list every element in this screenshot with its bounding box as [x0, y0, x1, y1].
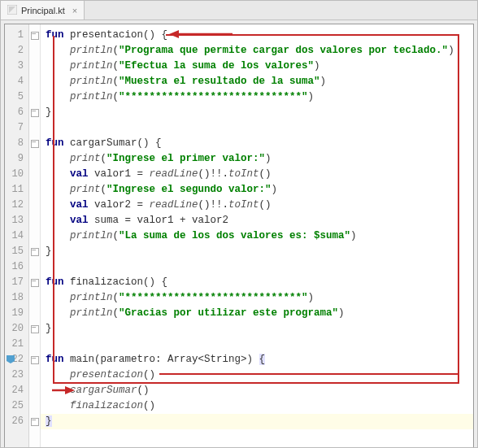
fold-spacer — [29, 151, 40, 167]
line-number: 12 — [5, 198, 28, 213]
line-number: 11 — [5, 182, 28, 198]
line-number: 5 — [5, 89, 28, 105]
fold-spacer — [29, 290, 40, 306]
line-number: 19 — [5, 306, 28, 321]
line-number: 16 — [5, 259, 28, 275]
line-number: 25 — [5, 398, 28, 414]
fold-spacer — [29, 182, 40, 198]
fold-column — [29, 24, 41, 448]
code-line[interactable]: println("Efectua la suma de los valores"… — [41, 59, 473, 74]
code-line[interactable]: presentacion() — [41, 368, 473, 383]
code-line[interactable]: fun main(parametro: Array<String>) { — [41, 352, 473, 368]
code-line[interactable]: print("Ingrese el primer valor:") — [41, 151, 473, 167]
code-line[interactable]: fun finalizacion() { — [41, 275, 473, 290]
code-line[interactable] — [41, 120, 473, 136]
fold-close-icon[interactable] — [29, 414, 40, 429]
code-line[interactable]: println("Gracias por utilizar este progr… — [41, 306, 473, 321]
line-number: 2 — [5, 43, 28, 59]
tab-filename: Principal.kt — [21, 6, 65, 15]
fold-spacer — [29, 306, 40, 321]
line-number: 4 — [5, 74, 28, 89]
kotlin-file-icon — [7, 5, 17, 16]
fold-spacer — [29, 213, 40, 228]
line-number: 10 — [5, 167, 28, 182]
line-number: 3 — [5, 59, 28, 74]
line-number: 13 — [5, 213, 28, 228]
line-number: 9 — [5, 151, 28, 167]
code-line[interactable]: fun cargarSumar() { — [41, 136, 473, 151]
line-number: 20 — [5, 321, 28, 337]
code-line[interactable]: println("La suma de los dos valores es: … — [41, 228, 473, 244]
fold-spacer — [29, 167, 40, 182]
line-number: 22 — [5, 352, 28, 368]
code-line[interactable]: cargarSumar() — [41, 383, 473, 398]
code-line[interactable]: val suma = valor1 + valor2 — [41, 213, 473, 228]
code-line[interactable]: println("*****************************") — [41, 290, 473, 306]
line-number: 23 — [5, 368, 28, 383]
code-line[interactable]: } — [41, 244, 473, 259]
code-line[interactable]: } — [41, 321, 473, 337]
fold-close-icon[interactable] — [29, 244, 40, 259]
code-line[interactable]: val valor2 = readLine()!!.toInt() — [41, 198, 473, 213]
fold-spacer — [29, 228, 40, 244]
code-line[interactable]: val valor1 = readLine()!!.toInt() — [41, 167, 473, 182]
fold-spacer — [29, 89, 40, 105]
code-line[interactable]: fun presentacion() { — [41, 28, 473, 43]
line-number: 15 — [5, 244, 28, 259]
line-number: 24 — [5, 383, 28, 398]
fold-close-icon[interactable] — [29, 321, 40, 337]
fold-spacer — [29, 59, 40, 74]
code-line[interactable]: print("Ingrese el segundo valor:") — [41, 182, 473, 198]
code-line[interactable] — [41, 337, 473, 352]
code-area[interactable]: fun presentacion() { println("Programa q… — [41, 24, 473, 448]
code-line[interactable]: finalizacion() — [41, 398, 473, 414]
line-number: 6 — [5, 105, 28, 120]
close-icon[interactable]: × — [72, 6, 77, 15]
fold-spacer — [29, 198, 40, 213]
file-tab[interactable]: Principal.kt × — [1, 1, 85, 20]
code-line[interactable]: println("Muestra el resultado de la suma… — [41, 74, 473, 89]
tab-bar: Principal.kt × — [1, 1, 477, 20]
fold-spacer — [29, 259, 40, 275]
code-line[interactable]: println("*****************************") — [41, 89, 473, 105]
line-number: 14 — [5, 228, 28, 244]
code-line[interactable]: } — [41, 414, 473, 429]
line-number: 17 — [5, 275, 28, 290]
code-line[interactable]: println("Programa que permite cargar dos… — [41, 43, 473, 59]
line-number-gutter: 1234567891011121314151617181920212223242… — [5, 24, 29, 448]
line-number: 21 — [5, 337, 28, 352]
line-number: 26 — [5, 414, 28, 429]
fold-open-icon[interactable] — [29, 136, 40, 151]
fold-spacer — [29, 383, 40, 398]
code-line[interactable] — [41, 259, 473, 275]
fold-spacer — [29, 368, 40, 383]
code-editor[interactable]: 1234567891011121314151617181920212223242… — [4, 24, 474, 448]
fold-spacer — [29, 120, 40, 136]
fold-open-icon[interactable] — [29, 275, 40, 290]
fold-open-icon[interactable] — [29, 28, 40, 43]
line-number: 1 — [5, 28, 28, 43]
line-number: 7 — [5, 120, 28, 136]
fold-spacer — [29, 398, 40, 414]
code-line[interactable]: } — [41, 105, 473, 120]
fold-spacer — [29, 43, 40, 59]
line-number: 8 — [5, 136, 28, 151]
fold-spacer — [29, 74, 40, 89]
line-number: 18 — [5, 290, 28, 306]
fold-close-icon[interactable] — [29, 105, 40, 120]
fold-open-icon[interactable] — [29, 352, 40, 368]
fold-spacer — [29, 337, 40, 352]
